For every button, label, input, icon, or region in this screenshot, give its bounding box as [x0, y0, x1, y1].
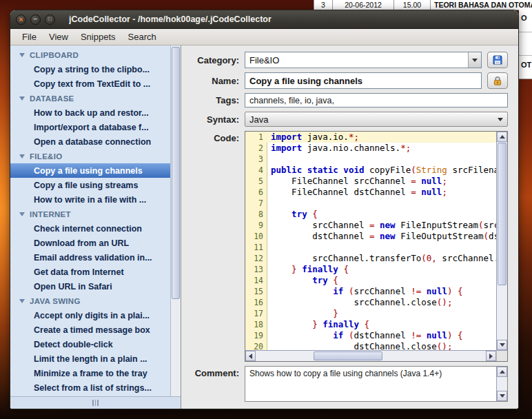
maximize-button[interactable]: □ — [45, 14, 55, 25]
code-token: } — [312, 319, 318, 329]
minimize-icon: − — [34, 16, 38, 23]
snippet-item-copy-a-string-to-the-clipbo[interactable]: Copy a string to the clipbo... — [10, 62, 170, 76]
sidebar-section-internet[interactable]: INTERNET — [10, 207, 170, 221]
code-token: srcChannel — [271, 220, 369, 230]
snippet-item-accept-only-digits-in-a-plai[interactable]: Accept only digits in a plai... — [10, 308, 170, 323]
snippet-item-create-a-timed-message-box[interactable]: Create a timed message box — [10, 323, 170, 337]
code-line[interactable]: 4public static void copyFile(String srcF… — [245, 165, 496, 176]
background-window-table[interactable]: 3 20-06-2012 15.00 TEORI BAHASA DAN OTOM… — [314, 0, 532, 10]
scroll-down-button[interactable] — [497, 340, 507, 350]
code-token — [452, 286, 458, 296]
code-text: dstChannel.close(); — [267, 341, 496, 350]
minimize-button[interactable]: − — [30, 14, 41, 25]
code-line[interactable]: 14 try { — [245, 275, 496, 286]
sidebar-section-clipboard[interactable]: CLIPBOARD — [10, 48, 170, 62]
title-bar[interactable]: × − □ jCodeCollector - /home/hok00age/.j… — [10, 10, 518, 29]
code-line[interactable]: 15 if (srcChannel != null) { — [245, 286, 496, 297]
snippet-item-copy-a-file-using-streams[interactable]: Copy a file using streams — [10, 178, 170, 192]
snippet-item-select-from-a-list-of-strings[interactable]: Select from a list of strings... — [10, 380, 170, 395]
menu-file[interactable]: File — [16, 32, 43, 42]
snippet-item-download-from-an-url[interactable]: Download from an URL — [10, 236, 170, 250]
snippet-item-email-address-validation-in[interactable]: Email address validation in... — [10, 250, 170, 265]
code-token: = — [369, 231, 375, 241]
bg-text-fragment: O — [521, 14, 527, 22]
scroll-left-button[interactable] — [245, 351, 256, 361]
scroll-right-button[interactable] — [486, 351, 496, 361]
scrollbar-thumb[interactable] — [498, 143, 507, 285]
code-line[interactable]: 17 } — [245, 308, 496, 319]
code-token — [271, 286, 333, 296]
sidebar-resize-strip[interactable] — [10, 396, 181, 409]
scroll-up-button[interactable] — [497, 132, 507, 142]
code-line[interactable]: 11 — [245, 242, 496, 253]
code-text: FileChannel dstChannel = null; — [267, 187, 496, 198]
code-line[interactable]: 20 dstChannel.close(); — [245, 341, 496, 350]
snippet-item-open-a-database-connection[interactable]: Open a database connection — [10, 134, 170, 149]
category-select[interactable]: File&IO — [245, 52, 482, 68]
scroll-up-button[interactable] — [497, 367, 507, 377]
snippet-item-open-url-in-safari[interactable]: Open URL in Safari — [10, 279, 170, 294]
syntax-select[interactable]: Java — [245, 112, 508, 127]
scrollbar-track[interactable] — [256, 351, 486, 361]
scrollbar-track[interactable] — [497, 142, 507, 340]
arrow-down-icon — [500, 394, 505, 398]
code-line[interactable]: 13 } finally { — [245, 264, 496, 275]
code-line[interactable]: 12 srcChannel.transferTo(0, srcChannel.s… — [245, 253, 496, 264]
menu-view[interactable]: View — [43, 32, 74, 42]
comment-input[interactable]: Shows how to copy a file using channels … — [245, 366, 508, 402]
code-line[interactable]: 18 } finally { — [245, 319, 496, 330]
scroll-down-button[interactable] — [497, 391, 507, 401]
code-line[interactable]: 10 dstChannel = new FileOutputStream(dst… — [245, 231, 496, 242]
snippet-item-import-export-a-database-f[interactable]: Import/export a database f... — [10, 120, 170, 134]
close-button[interactable]: × — [16, 14, 26, 25]
name-input[interactable]: Copy a file using channels — [245, 72, 482, 89]
comment-scrollbar[interactable] — [496, 367, 507, 401]
save-snippet-button[interactable] — [487, 52, 508, 68]
snippet-item-copy-a-file-using-channels[interactable]: Copy a file using channels — [10, 163, 170, 178]
snippet-item-limit-the-length-in-a-plain[interactable]: Limit the length in a plain ... — [10, 351, 170, 366]
tags-input[interactable]: channels, file, io, java, — [245, 93, 508, 108]
code-line[interactable]: 16 srcChannel.close(); — [245, 297, 496, 308]
scrollbar-thumb[interactable] — [314, 351, 382, 360]
code-line[interactable]: 5 FileChannel srcChannel = null; — [245, 176, 496, 187]
scrollbar-thumb[interactable] — [172, 47, 180, 299]
line-number: 4 — [245, 165, 267, 176]
snippet-item-how-to-back-up-and-restor[interactable]: How to back up and restor... — [10, 105, 170, 120]
code-text: srcChannel = new FileInputStream(srcFile… — [267, 220, 496, 231]
code-token: java.nio.channels. — [302, 143, 400, 153]
menu-snippets[interactable]: Snippets — [74, 32, 122, 42]
sidebar-scrollbar[interactable] — [170, 45, 181, 396]
arrow-left-icon — [249, 354, 252, 359]
category-dropdown-button[interactable] — [468, 52, 481, 68]
code-line[interactable]: 7 — [245, 198, 496, 209]
scrollbar-track[interactable] — [497, 377, 507, 391]
code-vertical-scrollbar[interactable] — [496, 132, 507, 350]
code-line[interactable]: 3 — [245, 154, 496, 165]
lock-button[interactable] — [487, 72, 508, 89]
code-lines[interactable]: 1import java.io.*;2import java.nio.chann… — [245, 132, 496, 350]
snippet-item-copy-text-from-textedit-to[interactable]: Copy text from TextEdit to ... — [10, 76, 170, 91]
menu-search[interactable]: Search — [122, 32, 163, 42]
code-line[interactable]: 9 srcChannel = new FileInputStream(srcFi… — [245, 220, 496, 231]
sidebar-section-file-io[interactable]: FILE&IO — [10, 149, 170, 163]
background-window-edge[interactable]: O OT — [519, 10, 532, 79]
snippet-item-get-data-from-internet[interactable]: Get data from Internet — [10, 265, 170, 279]
code-horizontal-scrollbar[interactable] — [245, 350, 507, 361]
code-line[interactable]: 1import java.io.*; — [245, 132, 496, 143]
sidebar-section-java-swing[interactable]: JAVA SWING — [10, 294, 170, 308]
code-token: FileOutputStream — [396, 231, 484, 241]
snippet-item-detect-double-click[interactable]: Detect double-click — [10, 337, 170, 351]
code-line[interactable]: 19 if (dstChannel != null) { — [245, 330, 496, 341]
code-editor[interactable]: 1import java.io.*;2import java.nio.chann… — [245, 131, 508, 362]
code-line[interactable]: 6 FileChannel dstChannel = null; — [245, 187, 496, 198]
line-number: 6 — [245, 187, 267, 198]
syntax-dropdown-button[interactable] — [493, 112, 507, 126]
close-icon: × — [19, 16, 23, 23]
code-line[interactable]: 8 try { — [245, 209, 496, 220]
sidebar-section-database[interactable]: DATABASE — [10, 91, 170, 105]
snippet-item-check-internet-connection[interactable]: Check internet connection — [10, 221, 170, 236]
code-token: ( — [421, 253, 427, 263]
code-line[interactable]: 2import java.nio.channels.*; — [245, 143, 496, 154]
snippet-item-minimize-a-frame-to-the-tray[interactable]: Minimize a frame to the tray — [10, 366, 170, 380]
snippet-item-how-to-write-in-a-file-with[interactable]: How to write in a file with ... — [10, 192, 170, 207]
